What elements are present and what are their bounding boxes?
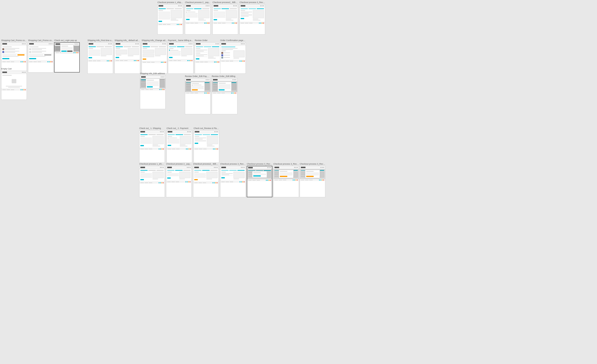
nav-dots bbox=[162, 43, 166, 44]
frame-card-review-order[interactable] bbox=[195, 42, 220, 74]
nav-dots bbox=[260, 5, 264, 6]
frame-card-order-confirm[interactable] bbox=[220, 42, 246, 74]
logo bbox=[29, 43, 34, 45]
frame-label: Checkout process 3_Revi... bbox=[300, 163, 325, 165]
nav-dots bbox=[214, 131, 218, 132]
nav-dots bbox=[22, 72, 26, 73]
frame-group-empty-cart: Empty Cart bbox=[1, 68, 27, 100]
frame-group-checkout2-bill: Checkout process2_ Billin... bbox=[212, 1, 238, 34]
nav-dots bbox=[108, 43, 112, 44]
frame-card-ship-change[interactable] bbox=[141, 42, 167, 74]
frame-card-checkout3[interactable] bbox=[239, 4, 265, 34]
frame-label: Check out_Review & Plac... bbox=[194, 127, 219, 129]
nav-dots bbox=[189, 43, 192, 44]
frame-group-cp3-revi3d: Checkout process 3_Revi... bbox=[300, 163, 325, 197]
frame-card-cp3-revi3c[interactable] bbox=[273, 166, 299, 197]
frame-group-review-edit-pay: Review Order_Edit Payment bbox=[185, 75, 211, 114]
nav-dots bbox=[233, 5, 237, 6]
logo bbox=[2, 43, 7, 45]
frame-group-review-edit-bill: Review Order_Edit billing bbox=[212, 75, 237, 114]
nav-dots bbox=[49, 43, 53, 44]
frame-group-ship-change: Shipping Info_Change ad... bbox=[141, 39, 167, 74]
nav-dots bbox=[22, 43, 26, 44]
nav-dots bbox=[160, 167, 164, 168]
nav-dots bbox=[75, 44, 78, 45]
logo bbox=[116, 43, 120, 45]
nav-dots bbox=[178, 5, 182, 6]
frame-group-checkout-ship2: Check out_ 1. Shipping bbox=[139, 127, 165, 163]
logo bbox=[241, 5, 245, 7]
frame-group-ship-first: Shipping Info_First time u... bbox=[87, 39, 113, 74]
frame-label: Checkout process 3_Revi... bbox=[247, 163, 272, 165]
frame-label: Checkout process 1_shipp... bbox=[139, 163, 165, 165]
logo bbox=[158, 5, 163, 7]
frame-card-pay-same[interactable] bbox=[168, 42, 194, 74]
frame-card-checkout-pay2[interactable] bbox=[166, 130, 192, 163]
frame-card-ship-edit[interactable] bbox=[140, 75, 165, 109]
frame-card-checkout-review2[interactable] bbox=[194, 130, 219, 163]
logo bbox=[89, 43, 93, 45]
nav-dots bbox=[135, 43, 139, 44]
nav-dots bbox=[187, 167, 190, 168]
frame-card-checkout1[interactable] bbox=[157, 4, 183, 34]
frame-card-ship-default[interactable] bbox=[115, 42, 140, 74]
frame-card-cp2-bill3[interactable] bbox=[193, 166, 219, 197]
nav-dots bbox=[233, 79, 236, 80]
frame-card-cp3-revi3b[interactable] bbox=[247, 166, 272, 197]
frame-group-cp3-revi3b: Checkout process 3_Revi... bbox=[247, 163, 272, 197]
frame-card-checkout-ship2[interactable] bbox=[139, 130, 165, 163]
frame-group-checkout3-revi: Checkout process 3_Revi... bbox=[239, 1, 265, 34]
logo bbox=[275, 167, 279, 168]
frame-label: Shopping Cart_Promo co... bbox=[28, 39, 53, 41]
frame-card-checkout2[interactable] bbox=[185, 4, 211, 34]
logo bbox=[186, 79, 191, 80]
frame-card-cp3-revi3[interactable] bbox=[220, 166, 246, 197]
frame-group-cp2-bill3: Checkout process2_ Billin... bbox=[193, 163, 219, 197]
logo bbox=[186, 5, 191, 7]
frame-label: Check out_Login pop up bbox=[54, 39, 77, 41]
frame-card-review-edit-pay[interactable] bbox=[185, 78, 211, 114]
frame-label: Checkout process2_ Billin... bbox=[212, 1, 238, 3]
frame-card-ship-first[interactable] bbox=[87, 42, 113, 74]
frame-label: Checkout process 2_ pay... bbox=[185, 1, 210, 3]
nav-dots bbox=[206, 5, 209, 6]
frame-label: Shopping Cart_Promo co... bbox=[1, 39, 27, 41]
logo bbox=[301, 167, 306, 168]
logo bbox=[167, 167, 172, 168]
frame-group-ship-default: Shipping Info_ default add... bbox=[115, 39, 140, 74]
nav-dots bbox=[241, 167, 245, 168]
frame-card-review-edit-bill[interactable] bbox=[212, 78, 237, 114]
nav-dots bbox=[267, 167, 271, 168]
nav-dots bbox=[215, 43, 219, 44]
frame-card-empty-cart[interactable] bbox=[1, 71, 27, 100]
frame-label: Payment_ Same billing ad... bbox=[168, 39, 194, 41]
logo bbox=[196, 43, 201, 45]
nav-dots bbox=[320, 167, 324, 168]
frame-label: Review Order bbox=[195, 39, 208, 41]
logo bbox=[143, 43, 147, 45]
frame-group-cp3-revi3c: Checkout process 3_Revi... bbox=[273, 163, 299, 197]
frame-label: Shipping Info_First time u... bbox=[87, 39, 113, 41]
nav-dots bbox=[241, 43, 245, 44]
frame-card-cp1-ship3[interactable] bbox=[139, 166, 165, 197]
frame-label: Checkout process2_ Billin... bbox=[193, 163, 219, 165]
logo bbox=[195, 131, 199, 133]
frame-card-checkout2-bill[interactable] bbox=[212, 4, 238, 34]
logo bbox=[168, 131, 172, 133]
logo bbox=[248, 167, 253, 168]
frame-group-pay-same: Payment_ Same billing ad... bbox=[168, 39, 194, 74]
frame-group-checkout-review2: Check out_Review & Plac... bbox=[194, 127, 219, 163]
frame-card-login-popup[interactable] bbox=[54, 42, 80, 72]
frame-label: Checkout process 1_ship... bbox=[157, 1, 183, 3]
frame-card-cp3-revi3d[interactable] bbox=[300, 166, 325, 197]
frame-label: Checkout process 3_Revi... bbox=[273, 163, 299, 165]
frame-label: Review Order_Edit Payment bbox=[185, 75, 211, 77]
logo bbox=[169, 43, 174, 45]
logo bbox=[214, 5, 218, 7]
frame-label: Checkout process 3_Revi... bbox=[239, 1, 265, 3]
frame-group-checkout-pay2: Check out_ 2. Payment bbox=[166, 127, 192, 163]
frame-card-cp2-pay3[interactable] bbox=[166, 166, 192, 197]
logo bbox=[213, 79, 218, 80]
nav-dots bbox=[206, 79, 209, 80]
frame-card-cart2[interactable] bbox=[28, 42, 54, 72]
